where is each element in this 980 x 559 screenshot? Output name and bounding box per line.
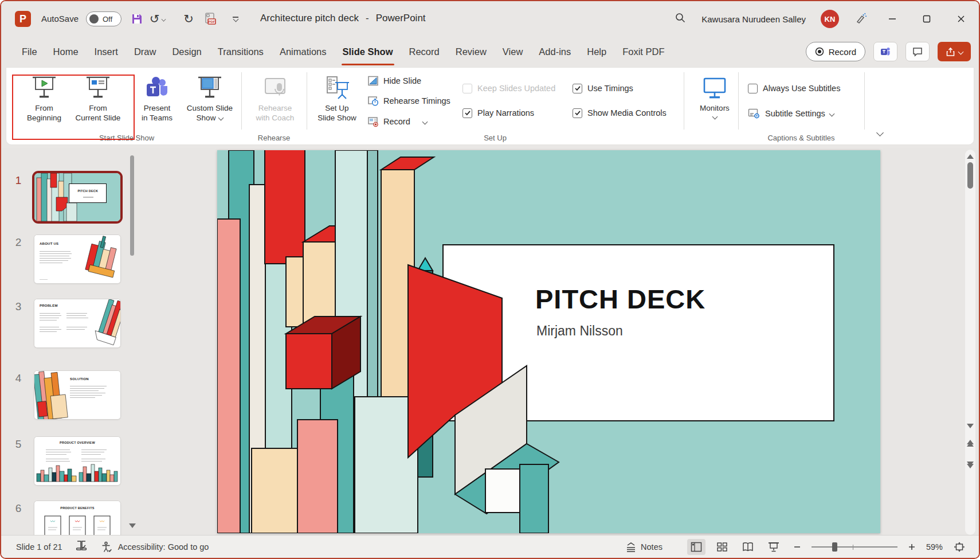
undo-dropdown-chevron-icon[interactable] bbox=[162, 17, 166, 21]
scrollbar-thumb[interactable] bbox=[967, 162, 973, 189]
slide-thumbnail-3[interactable]: PROBLEM bbox=[34, 299, 120, 347]
save-button[interactable] bbox=[128, 10, 146, 28]
redo-button[interactable]: ↻ bbox=[180, 10, 197, 28]
subtitle-settings-chevron-icon[interactable] bbox=[829, 111, 834, 116]
avatar[interactable]: KN bbox=[821, 10, 839, 28]
slide-thumbnail-2[interactable]: ABOUT US bbox=[34, 235, 120, 283]
zoom-slider-track bbox=[812, 546, 897, 548]
always-use-subtitles-checkbox[interactable]: Always Use Subtitles bbox=[748, 82, 840, 95]
tab-animations[interactable]: Animations bbox=[272, 37, 335, 67]
scrollbar-thumb[interactable] bbox=[130, 155, 134, 256]
subtitle-settings-button[interactable]: Subtitle Settings bbox=[748, 105, 834, 122]
from-current-slide-button[interactable]: From Current Slide bbox=[70, 73, 126, 132]
slide-thumbnail-1[interactable]: PITCH DECK bbox=[34, 173, 120, 221]
slide-subtitle[interactable]: Mirjam Nilsson bbox=[536, 323, 623, 339]
slide-title[interactable]: PITCH DECK bbox=[535, 283, 705, 315]
search-button[interactable] bbox=[674, 11, 687, 26]
autosave-label: AutoSave bbox=[41, 14, 79, 24]
slide-scrollbar[interactable] bbox=[965, 150, 975, 535]
thumbnail-footer-line bbox=[40, 279, 48, 280]
slide-thumbnail-4[interactable]: SOLUTION bbox=[34, 371, 120, 419]
maximize-button[interactable] bbox=[917, 9, 936, 29]
autosave-toggle[interactable]: Off bbox=[86, 11, 121, 26]
teams-logo-icon bbox=[144, 73, 170, 103]
tab-design[interactable]: Design bbox=[164, 37, 209, 67]
record-slide-show-button[interactable]: Record bbox=[367, 114, 427, 130]
undo-button[interactable]: ↺ bbox=[149, 10, 166, 28]
share-icon bbox=[946, 47, 955, 57]
scroll-down-arrow-icon[interactable] bbox=[967, 424, 974, 428]
share-dropdown-chevron-icon[interactable] bbox=[958, 49, 964, 54]
tab-home[interactable]: Home bbox=[45, 37, 87, 67]
powerpoint-app-icon[interactable]: P bbox=[15, 11, 31, 27]
play-narrations-checkbox[interactable]: Play Narrations bbox=[462, 107, 534, 119]
reading-view-button[interactable] bbox=[739, 539, 757, 555]
minimize-button[interactable] bbox=[883, 9, 902, 29]
foxit-pdf-quick-button[interactable]: PDF bbox=[202, 10, 219, 28]
document-title: Architecture pitch deck - PowerPoint bbox=[260, 13, 426, 24]
tab-record[interactable]: Record bbox=[401, 37, 448, 67]
rehearse-timings-button[interactable]: Rehearse Timings bbox=[367, 93, 450, 109]
slide-canvas[interactable]: PITCH DECK Mirjam Nilsson bbox=[217, 150, 880, 533]
next-slide-button[interactable] bbox=[967, 462, 974, 468]
rehearse-with-coach-button[interactable]: Rehearse with Coach bbox=[247, 73, 303, 132]
notes-button[interactable]: Notes bbox=[625, 542, 663, 552]
use-timings-checkbox[interactable]: Use Timings bbox=[573, 82, 633, 95]
comments-button[interactable] bbox=[905, 42, 930, 61]
tab-review[interactable]: Review bbox=[448, 37, 495, 67]
group-label-rehearse: Rehearse bbox=[241, 133, 307, 144]
present-in-teams-button[interactable]: Present in Teams bbox=[134, 73, 181, 132]
slide-sorter-view-button[interactable] bbox=[713, 539, 731, 555]
title-separator: - bbox=[366, 13, 369, 24]
tab-foxit-pdf[interactable]: Foxit PDF bbox=[614, 37, 672, 67]
collapse-ribbon-button[interactable] bbox=[872, 125, 888, 140]
accessibility-checker-button[interactable]: Accessibility: Good to go bbox=[100, 541, 209, 553]
scroll-down-arrow-icon[interactable] bbox=[129, 523, 136, 528]
thumbnail-body-text bbox=[66, 327, 88, 331]
thumbnail-scrollbar[interactable] bbox=[128, 148, 136, 536]
tab-view[interactable]: View bbox=[495, 37, 531, 67]
slide-show-view-button[interactable] bbox=[765, 539, 783, 555]
hide-slide-button[interactable]: Hide Slide bbox=[367, 73, 421, 89]
monitors-button[interactable]: Monitors bbox=[691, 73, 739, 132]
app-name: PowerPoint bbox=[376, 13, 426, 24]
zoom-level[interactable]: 59% bbox=[926, 542, 943, 552]
keep-slides-updated-checkbox[interactable]: Keep Slides Updated bbox=[462, 82, 555, 95]
customize-quick-access-toolbar-button[interactable] bbox=[227, 10, 244, 28]
custom-slide-show-button[interactable]: Custom Slide Show bbox=[182, 73, 238, 132]
tab-add-ins[interactable]: Add-ins bbox=[531, 37, 579, 67]
slide-thumbnail-6[interactable]: PRODUCT BENEFITS bbox=[34, 501, 120, 536]
zoom-in-button[interactable] bbox=[905, 539, 919, 555]
zoom-slider[interactable] bbox=[812, 542, 897, 552]
spell-check-button[interactable] bbox=[75, 540, 88, 554]
close-button[interactable] bbox=[951, 9, 971, 29]
tab-help[interactable]: Help bbox=[579, 37, 614, 67]
share-button[interactable] bbox=[938, 42, 971, 61]
tab-draw[interactable]: Draw bbox=[126, 37, 164, 67]
slide-thumbnail-5[interactable]: PRODUCT OVERVIEW bbox=[34, 437, 120, 485]
hide-slide-icon bbox=[367, 75, 379, 87]
record-dropdown-chevron-icon[interactable] bbox=[422, 119, 428, 124]
scroll-up-arrow-icon[interactable] bbox=[967, 154, 974, 159]
normal-view-button[interactable] bbox=[687, 539, 705, 555]
previous-slide-button[interactable] bbox=[967, 440, 974, 447]
tab-file[interactable]: File bbox=[14, 37, 45, 67]
tab-insert[interactable]: Insert bbox=[87, 37, 126, 67]
presenter-coach-button[interactable] bbox=[854, 11, 868, 27]
from-beginning-button[interactable]: From Beginning bbox=[18, 73, 70, 132]
user-name[interactable]: Kawusara Nurudeen Salley bbox=[701, 14, 806, 24]
show-media-controls-checkbox[interactable]: Show Media Controls bbox=[573, 107, 667, 119]
zoom-out-button[interactable] bbox=[790, 539, 804, 555]
record-presentation-button[interactable]: Record bbox=[806, 42, 865, 61]
zoom-slider-thumb[interactable] bbox=[832, 542, 837, 552]
tab-slide-show[interactable]: Slide Show bbox=[335, 37, 401, 67]
teams-icon bbox=[880, 46, 891, 57]
tab-transitions[interactable]: Transitions bbox=[210, 37, 272, 67]
slide-title-box[interactable]: PITCH DECK Mirjam Nilsson bbox=[442, 244, 834, 421]
present-in-teams-quick-button[interactable] bbox=[873, 42, 897, 61]
fit-slide-to-window-button[interactable] bbox=[950, 539, 969, 555]
record-slide-icon bbox=[367, 116, 379, 127]
set-up-slide-show-button[interactable]: Set Up Slide Show bbox=[311, 73, 363, 132]
checkbox-icon bbox=[573, 84, 582, 93]
checkbox-icon bbox=[462, 108, 472, 118]
